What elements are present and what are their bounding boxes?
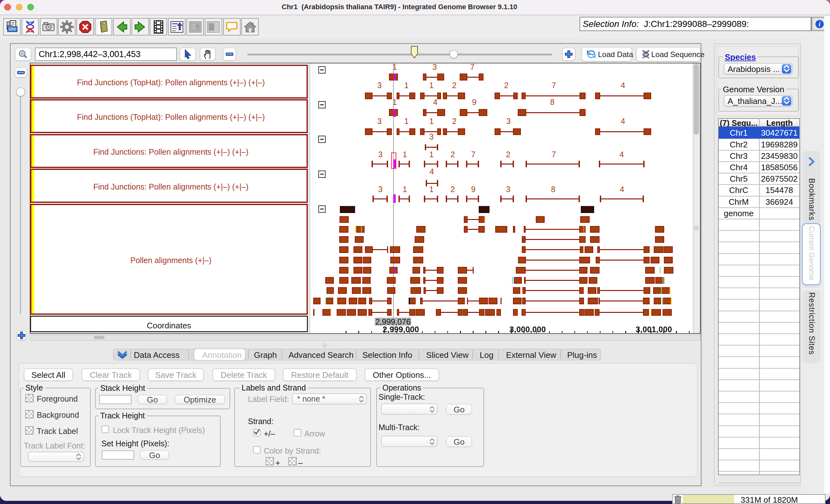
svg-text:i: i [819, 20, 821, 28]
